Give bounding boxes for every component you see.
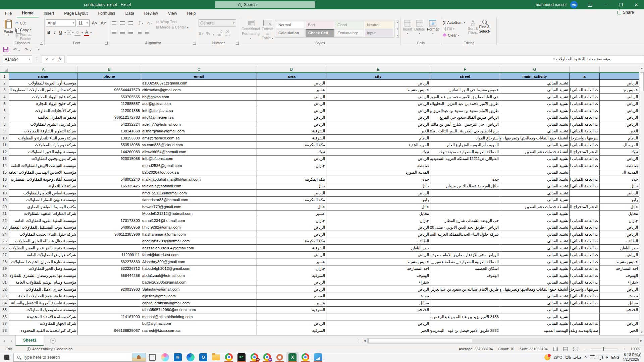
cell-street[interactable]: الرياض طريق الملك سعود حي المربع xyxy=(430,114,500,121)
cell-address-clipped[interactable]: بريدة xyxy=(600,293,639,300)
cell-phone[interactable]: 114167900 xyxy=(77,313,141,320)
cell-area[interactable]: مكة المكرمة xyxy=(257,238,326,245)
cell-phone[interactable] xyxy=(77,279,141,286)
cell-email[interactable]: meshal@alkathiriholding.com xyxy=(141,313,257,320)
cell-email[interactable]: b2b2020@outlook.sa xyxy=(141,169,257,176)
column-header-D[interactable]: D xyxy=(257,66,326,73)
row-header-7[interactable]: 7 xyxy=(0,114,9,121)
cell-name[interactable]: مؤسسة وسام الوشم للمقاولات العامة xyxy=(9,279,77,286)
cell-street[interactable]: المملكة العربية السعودية _ منطقة عسير _ … xyxy=(430,258,500,265)
tab-help[interactable]: Help xyxy=(182,9,201,17)
cell-email[interactable]: amz@rasmco.com.sa xyxy=(141,135,257,142)
cell-area[interactable]: الرياض xyxy=(257,155,326,162)
cell-phone[interactable] xyxy=(77,238,141,245)
cell-area[interactable]: الرياض xyxy=(257,231,326,238)
row-header-33[interactable]: 33 xyxy=(0,293,9,300)
cell-street[interactable]: برج ابابطين حي العقربية . الدور الثالث .… xyxy=(430,128,500,135)
tab-view[interactable]: View xyxy=(163,9,182,17)
cell-city[interactable]: الرياض xyxy=(326,80,430,87)
avatar[interactable]: MN xyxy=(570,1,578,8)
cell-address-clipped[interactable]: الرياض xyxy=(600,155,639,162)
cell-email[interactable]: abdelaziz209@hotmail.com xyxy=(141,238,257,245)
cell-area[interactable]: الرياض xyxy=(257,286,326,293)
cell-email[interactable]: aazzsaleh882364@gmail.com xyxy=(141,245,257,252)
cell-phone[interactable]: 144260083 xyxy=(77,148,141,156)
cell-name[interactable]: شركة بنون وفنون للمقاولات xyxy=(9,155,77,162)
photos-icon[interactable] xyxy=(312,352,324,362)
row-header-8[interactable]: 8 xyxy=(0,121,9,128)
cell-street[interactable] xyxy=(430,162,500,169)
cell-street[interactable]: الرياض - طريق نجم الدين الايوبي - مبنى 2… xyxy=(430,224,500,231)
wrap-text-button[interactable]: ab Wrap Text xyxy=(156,20,189,24)
cell-city[interactable] xyxy=(326,313,430,320)
cell-city[interactable]: بريدة xyxy=(326,293,430,300)
cell-phone[interactable]: 966112172763 xyxy=(77,114,141,121)
orientation-icon[interactable]: ⤴ xyxy=(138,20,141,26)
cell-phone[interactable] xyxy=(77,196,141,203)
tab-page-layout[interactable]: Page Layout xyxy=(59,9,93,17)
cell-email[interactable]: capital.arabism@gmail.com xyxy=(141,300,257,307)
cell-email[interactable]: fared@fared-est.com xyxy=(141,251,257,258)
cell-email[interactable]: malki.abdulrahman80@gmail.com xyxy=(141,176,257,183)
format-painter-button[interactable]: Format Painter xyxy=(15,34,43,39)
cell-area[interactable]: جازان xyxy=(257,265,326,272)
cell-street[interactable]: اسكان الحصمة xyxy=(430,265,500,272)
cell-city[interactable]: الخبر xyxy=(326,128,430,135)
weather-icon[interactable] xyxy=(544,354,550,360)
cell-main-activity[interactable]: تشييد المباني xyxy=(500,217,570,224)
cell-city[interactable]: الرياض xyxy=(326,114,430,121)
cell-phone[interactable] xyxy=(77,169,141,176)
cell-street[interactable]: العلياالرياض12211المملكة العربية السعودي… xyxy=(430,155,500,162)
header-cell-city[interactable]: city xyxy=(326,73,430,80)
cell-street[interactable]: طريق الامام سعود بن سعود بن عبدالعزيز بن… xyxy=(430,107,500,114)
italic-button[interactable]: I xyxy=(53,30,57,36)
cell-address-clipped[interactable]: الرياض xyxy=(600,224,639,231)
row-header-9[interactable]: 9 xyxy=(0,128,9,135)
clipboard-dialog-launcher[interactable]: ↘ xyxy=(40,42,43,45)
cell-city[interactable]: الرياض xyxy=(326,107,430,114)
zoom-level[interactable]: 100% xyxy=(631,347,640,351)
scroll-right-icon[interactable]: ▶ xyxy=(639,338,644,344)
cell-area[interactable]: الرياض xyxy=(257,121,326,128)
formula-bar-expand-icon[interactable]: ▾ xyxy=(553,57,555,61)
cell-main-activity[interactable]: تشييد المباني xyxy=(500,306,570,313)
cell-area[interactable]: القصيم xyxy=(257,293,326,300)
cell-area[interactable]: مكة المكرمة xyxy=(257,196,326,203)
task-view-icon[interactable] xyxy=(146,352,159,362)
format-as-table-button[interactable]: Format as Table ▾ xyxy=(261,18,274,41)
cell-main-activity[interactable]: تشييد المباني xyxy=(500,190,570,197)
row-header-6[interactable]: 6 xyxy=(0,107,9,114)
shrink-font-button[interactable]: A˅ xyxy=(99,20,107,26)
cell-name[interactable]: شركة الأنجازات للمقاولات xyxy=(9,107,77,114)
row-header-2[interactable]: 2 xyxy=(0,80,9,87)
cell-main-activity[interactable]: تشييد المباني xyxy=(500,169,570,176)
cell-address-clipped[interactable]: الرياض xyxy=(600,190,639,197)
cell-address-clipped[interactable]: حائل xyxy=(600,183,639,190)
column-header-F[interactable]: F xyxy=(430,66,500,73)
cell-main-activity[interactable]: تشييد المباني xyxy=(500,320,570,327)
decrease-indent-icon[interactable] xyxy=(138,31,142,35)
cell-name[interactable]: مؤسسة بيوت المستقبل للمقاولات المعمارية … xyxy=(9,224,77,231)
cell-city[interactable]: حائل xyxy=(326,203,430,210)
cell-activity-clipped[interactable] xyxy=(570,80,600,87)
cell-main-activity[interactable]: تشييد المباني xyxy=(500,128,570,135)
cell-phone[interactable]: 553705555 xyxy=(77,94,141,101)
chrome-m-red-icon[interactable]: M xyxy=(248,352,261,362)
touch-keyboard-icon[interactable] xyxy=(590,355,595,359)
cell-address-clipped[interactable]: خميس م xyxy=(600,86,639,94)
cell-city[interactable]: الخفجي xyxy=(326,306,430,313)
cell-activity-clipped[interactable]: ت العامة للمباني ال xyxy=(570,300,600,307)
cell-name[interactable]: مؤسسة أون العربية للمقاولات xyxy=(9,80,77,87)
cell-phone[interactable]: 553518088 xyxy=(77,141,141,148)
cell-area[interactable]: الرياض xyxy=(257,114,326,121)
cell-name[interactable]: مؤسسة الاساس الهندسي للمقاولات العامة xyxy=(9,169,77,176)
delete-cells-button[interactable]: Delete▾ xyxy=(414,18,425,41)
cell-area[interactable]: الرياض xyxy=(257,251,326,258)
cell-main-activity[interactable]: تشييد المباني xyxy=(500,94,570,101)
cell-name[interactable]: مؤسسة نيلوفر هوم للمقاولات العامة xyxy=(9,293,77,300)
cell-name[interactable]: مجموعة المقرن العالمية xyxy=(9,114,77,121)
cell-phone[interactable] xyxy=(77,320,141,327)
cell-activity-clipped[interactable]: ت العامة للمباني ال xyxy=(570,258,600,265)
cell-name[interactable]: مكتب الوسيط المباشر العقاري xyxy=(9,203,77,210)
row-header-31[interactable]: 31 xyxy=(0,279,9,286)
